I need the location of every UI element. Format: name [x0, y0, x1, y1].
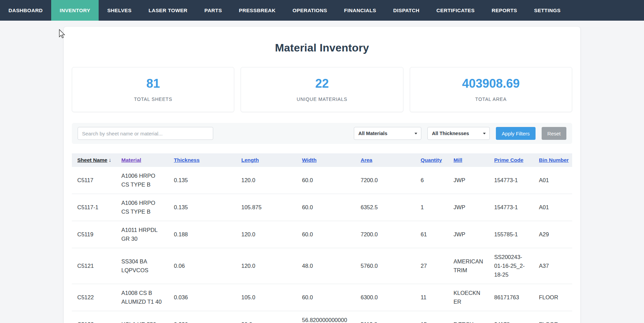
- table-cell: 27: [415, 248, 448, 284]
- table-cell: SS304 BA LQPVCOS: [116, 248, 168, 284]
- table-cell: 90.0: [236, 311, 297, 323]
- table-row[interactable]: C5119A1011 HRPDL GR 300.188120.060.07200…: [72, 221, 572, 248]
- table-cell: C5119: [72, 221, 116, 248]
- page-title: Material Inventory: [72, 42, 572, 54]
- column-header-mill[interactable]: Mill: [448, 153, 489, 167]
- table-cell: 60.0: [297, 221, 355, 248]
- column-header-label[interactable]: Bin Number: [539, 157, 569, 163]
- column-header-label[interactable]: Width: [302, 157, 317, 163]
- table-cell: C5121: [72, 248, 116, 284]
- table-cell: C5117: [72, 167, 116, 194]
- nav-item-certificates[interactable]: CERTIFICATES: [428, 0, 483, 21]
- column-header-quantity[interactable]: Quantity: [415, 153, 448, 167]
- table-row[interactable]: C5122A1008 CS B ALUMIZD T1 400.036105.06…: [72, 284, 572, 311]
- column-header-label[interactable]: Length: [241, 157, 259, 163]
- filter-bar: All Materials All Thicknesses Apply Filt…: [72, 123, 572, 144]
- table-cell: 34178: [489, 311, 534, 323]
- nav-item-operations[interactable]: OPERATIONS: [284, 0, 336, 21]
- stat-card-total-area: 403908.69TOTAL AREA: [410, 67, 572, 112]
- nav-item-parts[interactable]: PARTS: [196, 0, 230, 21]
- table-cell: 11: [415, 284, 448, 311]
- inventory-table: Sheet Name↓MaterialThicknessLengthWidthA…: [72, 153, 572, 323]
- stat-card-unique-materials: 22UNIQUE MATERIALS: [241, 67, 403, 112]
- table-row[interactable]: C5117-1A1006 HRPO CS TYPE B0.135105.8756…: [72, 194, 572, 221]
- column-header-label[interactable]: Quantity: [421, 157, 442, 163]
- column-header-prime-code[interactable]: Prime Code: [489, 153, 534, 167]
- nav-item-pressbreak[interactable]: PRESSBREAK: [230, 0, 284, 21]
- nav-item-reports[interactable]: REPORTS: [483, 0, 525, 21]
- filter-controls: All Materials All Thicknesses Apply Filt…: [354, 127, 566, 140]
- column-header-label[interactable]: Thickness: [174, 157, 200, 163]
- column-header-label[interactable]: Area: [361, 157, 372, 163]
- table-cell: 6352.5: [355, 194, 415, 221]
- table-cell: C5117-1: [72, 194, 116, 221]
- column-header-sheet-name[interactable]: Sheet Name↓: [72, 153, 116, 167]
- thickness-select[interactable]: All Thicknesses: [427, 127, 490, 140]
- column-header-width[interactable]: Width: [297, 153, 355, 167]
- table-cell: A01: [534, 194, 572, 221]
- table-cell: SS200243-01-16-25_2-18-25: [489, 248, 534, 284]
- table-cell: 155785-1: [489, 221, 534, 248]
- mouse-cursor: [59, 29, 66, 39]
- table-cell: 1: [415, 194, 448, 221]
- nav-item-shelves[interactable]: SHELVES: [99, 0, 140, 21]
- table-cell: 61: [415, 221, 448, 248]
- table-cell: 0.188: [168, 221, 236, 248]
- table-cell: 105.0: [236, 284, 297, 311]
- table-cell: 120.0: [236, 221, 297, 248]
- table-cell: 120.0: [236, 248, 297, 284]
- reset-button[interactable]: Reset: [542, 127, 566, 140]
- table-cell: 86171763: [489, 284, 534, 311]
- column-header-area[interactable]: Area: [355, 153, 415, 167]
- stat-label: TOTAL SHEETS: [134, 96, 172, 102]
- table-cell: A01: [534, 167, 572, 194]
- table-cell: 5113.8: [355, 311, 415, 323]
- table-cell: A37: [534, 248, 572, 284]
- table-cell: A1008 CS B ALUMIZD T1 40: [116, 284, 168, 311]
- nav-item-settings[interactable]: SETTINGS: [526, 0, 569, 21]
- table-cell: C5123: [72, 311, 116, 323]
- stat-label: TOTAL AREA: [475, 96, 507, 102]
- column-header-label[interactable]: Prime Code: [494, 157, 523, 163]
- column-header-label[interactable]: Material: [121, 157, 141, 163]
- table-cell: JWP: [448, 194, 489, 221]
- column-header-thickness[interactable]: Thickness: [168, 153, 236, 167]
- search-input[interactable]: [78, 127, 213, 140]
- stat-value: 403908.69: [462, 78, 520, 90]
- column-header-bin-number[interactable]: Bin Number: [534, 153, 572, 167]
- material-select[interactable]: All Materials: [354, 127, 421, 140]
- table-cell: HSLA HR 550: [116, 311, 168, 323]
- nav-item-laser-tower[interactable]: LASER TOWER: [140, 0, 196, 21]
- column-header-label[interactable]: Sheet Name: [77, 157, 107, 163]
- table-cell: FLOOR: [534, 311, 572, 323]
- table-cell: 154773-1: [489, 167, 534, 194]
- table-cell: 120.0: [236, 167, 297, 194]
- table-cell: 0.135: [168, 167, 236, 194]
- table-row[interactable]: C5121SS304 BA LQPVCOS0.06120.048.05760.0…: [72, 248, 572, 284]
- table-cell: A1011 HRPDL GR 30: [116, 221, 168, 248]
- stat-value: 81: [146, 78, 160, 90]
- table-cell: JWP: [448, 221, 489, 248]
- nav-item-dispatch[interactable]: DISPATCH: [385, 0, 428, 21]
- table-cell: 60.0: [297, 284, 355, 311]
- table-cell: 105.875: [236, 194, 297, 221]
- table-cell: 0.06: [168, 248, 236, 284]
- column-header-material[interactable]: Material: [116, 153, 168, 167]
- column-header-label[interactable]: Mill: [454, 157, 462, 163]
- nav-item-inventory[interactable]: INVENTORY: [51, 0, 99, 21]
- table-cell: 60.0: [297, 194, 355, 221]
- table-cell: A1006 HRPO CS TYPE B: [116, 167, 168, 194]
- table-cell: JWP: [448, 167, 489, 194]
- table-cell: 6300.0: [355, 284, 415, 311]
- table-row[interactable]: C5117A1006 HRPO CS TYPE B0.135120.060.07…: [72, 167, 572, 194]
- apply-filters-button[interactable]: Apply Filters: [496, 127, 536, 140]
- table-cell: A1006 HRPO CS TYPE B: [116, 194, 168, 221]
- table-cell: 154773-1: [489, 194, 534, 221]
- table-cell: 7200.0: [355, 221, 415, 248]
- inventory-panel: Material Inventory 81TOTAL SHEETS22UNIQU…: [64, 27, 580, 323]
- table-cell: 48.0: [297, 248, 355, 284]
- nav-item-dashboard[interactable]: DASHBOARD: [0, 0, 51, 21]
- column-header-length[interactable]: Length: [236, 153, 297, 167]
- table-row[interactable]: C5123HSLA HR 5500.23690.056.820000000000…: [72, 311, 572, 323]
- nav-item-financials[interactable]: FINANCIALS: [336, 0, 385, 21]
